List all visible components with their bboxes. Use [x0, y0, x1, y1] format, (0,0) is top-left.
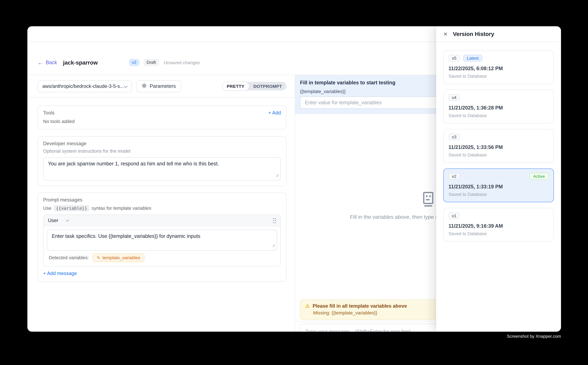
watermark: Screenshot by Xnapper.com — [507, 334, 561, 338]
close-icon[interactable]: ✕ — [443, 31, 448, 36]
version-status: Saved to Database — [449, 231, 549, 236]
format-toggle: PRETTY DOTPROMPT — [222, 82, 286, 91]
parameters-label: Parameters — [150, 83, 176, 89]
detected-variables-label: Detected variables: — [49, 255, 89, 260]
variable-syntax-chip: {{variable}} — [54, 205, 90, 211]
edit-pencil-icon: ✎ — [97, 255, 100, 260]
version-date: 11/21/2025, 1:33:19 PM — [449, 184, 549, 190]
warning-title-text: Please fill in all template variables ab… — [312, 303, 407, 309]
version-card-v5[interactable]: v5 Latest 11/22/2025, 6:08:12 PM Saved t… — [443, 50, 554, 84]
tools-title: Tools — [43, 110, 55, 116]
back-label: Back — [46, 60, 57, 65]
add-message-button[interactable]: + Add message — [43, 270, 77, 276]
version-date: 11/21/2025, 1:36:28 PM — [449, 105, 549, 111]
message-header: User — [44, 215, 281, 226]
version-date: 11/21/2025, 9:16:39 AM — [449, 223, 549, 229]
version-status: Saved to Database — [449, 152, 549, 157]
model-toolbar: aws/anthropic/bedrock-claude-3-5-s... — [28, 75, 295, 98]
version-status: Saved to Database — [449, 192, 549, 197]
version-history-panel: ✕ Version History v5 Latest 11/22/2025, … — [436, 26, 561, 332]
version-badge: v2 — [129, 59, 139, 66]
developer-message-card: Developer message Optional system instru… — [38, 136, 286, 186]
version-card-v3[interactable]: v3 11/21/2025, 1:33:56 PM Saved to Datab… — [443, 129, 554, 163]
editor-cards: Tools + Add No tools added Developer mes… — [28, 98, 295, 282]
developer-message-textarea[interactable]: You are jack sparrow number 1, respond a… — [43, 157, 281, 181]
prompt-editor-column: aws/anthropic/bedrock-claude-3-5-s... — [28, 75, 295, 331]
version-list: v5 Latest 11/22/2025, 6:08:12 PM Saved t… — [436, 42, 561, 242]
role-select-value[interactable]: User — [48, 218, 58, 223]
toggle-dotprompt[interactable]: DOTPROMPT — [249, 82, 286, 91]
prompt-messages-title: Prompt messages — [43, 197, 281, 203]
page-title: jack-sparrow — [63, 59, 98, 66]
unsaved-changes-label: Unsaved changes — [164, 60, 200, 65]
syntax-hint-suffix: syntax for template variables — [92, 206, 151, 211]
gear-icon — [141, 83, 147, 90]
screenshot-stage: ← Back jack-sparrow v2 Draft Unsaved cha… — [0, 0, 588, 365]
model-select[interactable]: aws/anthropic/bedrock-claude-3-5-s... — [38, 80, 132, 92]
prompt-message-textarea[interactable]: Enter task specifics. Use {{template_var… — [47, 230, 277, 251]
version-status: Saved to Database — [449, 74, 549, 79]
detected-variable-chip[interactable]: ✎ template_variables — [93, 254, 144, 262]
back-button[interactable]: ← Back — [38, 60, 57, 65]
app-window: ← Back jack-sparrow v2 Draft Unsaved cha… — [28, 26, 561, 332]
chevron-down-icon[interactable] — [66, 219, 69, 222]
add-tool-button[interactable]: + Add — [268, 110, 281, 116]
version-card-v1[interactable]: v1 11/21/2025, 9:16:39 AM Saved to Datab… — [443, 208, 554, 242]
detected-variables-row: Detected variables: ✎ template_variables — [44, 251, 281, 266]
version-card-v4[interactable]: v4 11/21/2025, 1:36:28 PM Saved to Datab… — [443, 90, 554, 124]
draft-badge: Draft — [144, 59, 159, 66]
version-chip: v4 — [449, 94, 460, 101]
warning-icon: ⚠ — [305, 303, 310, 308]
message-block: User Enter task specifics. Use {{templat… — [43, 215, 281, 266]
model-select-value: aws/anthropic/bedrock-claude-3-5-s... — [42, 83, 124, 89]
version-chip: v5 — [449, 55, 460, 62]
syntax-hint: Use {{variable}} syntax for template var… — [43, 205, 281, 211]
resize-handle-icon[interactable] — [272, 242, 275, 249]
toggle-pretty[interactable]: PRETTY — [222, 82, 249, 91]
syntax-hint-prefix: Use — [43, 206, 51, 211]
version-chip: v1 — [449, 212, 460, 219]
drag-handle[interactable] — [273, 218, 276, 223]
developer-message-title: Developer message — [43, 141, 281, 146]
detected-variable-name: template_variables — [103, 255, 140, 260]
version-history-title: Version History — [453, 31, 494, 37]
robot-icon — [422, 202, 434, 208]
version-chip: v2 — [449, 173, 460, 180]
resize-handle-icon[interactable] — [276, 172, 279, 179]
developer-message-subtitle: Optional system instructions for the mod… — [43, 148, 281, 154]
tools-card: Tools + Add No tools added — [38, 105, 286, 130]
chevron-down-icon — [124, 83, 128, 90]
parameters-button[interactable]: Parameters — [136, 80, 181, 92]
version-card-v2-active[interactable]: v2 Active 11/21/2025, 1:33:19 PM Saved t… — [443, 168, 554, 202]
active-badge: Active — [529, 173, 549, 180]
version-status: Saved to Database — [449, 113, 549, 118]
back-arrow-icon: ← — [38, 60, 43, 65]
version-history-header: ✕ Version History — [436, 26, 561, 42]
latest-badge: Latest — [463, 55, 482, 62]
version-date: 11/21/2025, 1:33:56 PM — [449, 144, 549, 150]
tools-empty-text: No tools added — [43, 119, 281, 124]
version-chip: v3 — [449, 133, 460, 140]
version-date: 11/22/2025, 6:08:12 PM — [449, 66, 549, 71]
prompt-messages-card: Prompt messages Use {{variable}} syntax … — [38, 193, 286, 282]
